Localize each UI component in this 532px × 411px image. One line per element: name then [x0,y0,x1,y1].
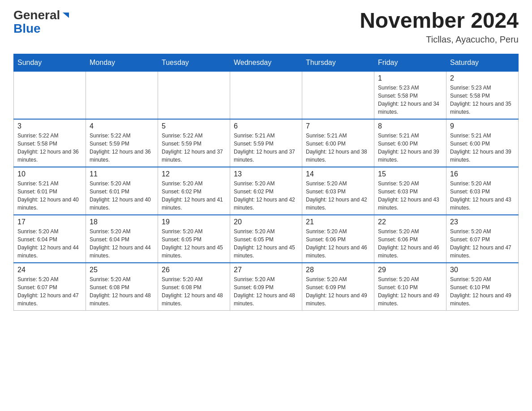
day-number: 11 [90,170,154,178]
table-row: 9Sunrise: 5:21 AMSunset: 6:00 PMDaylight… [446,119,519,167]
day-info: Sunrise: 5:20 AMSunset: 6:08 PMDaylight:… [90,275,154,308]
table-row: 22Sunrise: 5:20 AMSunset: 6:06 PMDayligh… [374,215,446,263]
day-number: 7 [306,122,370,130]
location-subtitle: Ticllas, Ayacucho, Peru [360,34,519,45]
svg-marker-0 [63,13,69,18]
calendar-table: Sunday Monday Tuesday Wednesday Thursday… [13,54,519,311]
day-info: Sunrise: 5:20 AMSunset: 6:01 PMDaylight:… [90,180,154,212]
day-number: 2 [450,74,515,82]
table-row: 17Sunrise: 5:20 AMSunset: 6:04 PMDayligh… [14,215,86,263]
day-info: Sunrise: 5:20 AMSunset: 6:05 PMDaylight:… [234,227,298,260]
day-number: 12 [162,170,226,178]
col-sunday: Sunday [14,54,86,71]
calendar-week-row: 3Sunrise: 5:22 AMSunset: 5:58 PMDaylight… [14,119,519,167]
day-number: 30 [450,266,515,274]
table-row: 19Sunrise: 5:20 AMSunset: 6:05 PMDayligh… [158,215,230,263]
day-info: Sunrise: 5:20 AMSunset: 6:07 PMDaylight:… [450,227,515,260]
col-wednesday: Wednesday [230,54,302,71]
day-number: 1 [378,74,442,82]
day-number: 3 [17,122,82,130]
col-thursday: Thursday [302,54,374,71]
day-number: 27 [234,266,298,274]
table-row: 20Sunrise: 5:20 AMSunset: 6:05 PMDayligh… [230,215,302,263]
table-row: 26Sunrise: 5:20 AMSunset: 6:08 PMDayligh… [158,263,230,311]
table-row: 11Sunrise: 5:20 AMSunset: 6:01 PMDayligh… [86,167,158,215]
table-row: 13Sunrise: 5:20 AMSunset: 6:02 PMDayligh… [230,167,302,215]
calendar-week-row: 24Sunrise: 5:20 AMSunset: 6:07 PMDayligh… [14,263,519,311]
day-number: 19 [162,218,226,226]
table-row: 28Sunrise: 5:20 AMSunset: 6:09 PMDayligh… [302,263,374,311]
table-row: 16Sunrise: 5:20 AMSunset: 6:03 PMDayligh… [446,167,519,215]
table-row [230,71,302,119]
table-row: 2Sunrise: 5:23 AMSunset: 5:58 PMDaylight… [446,71,519,119]
day-number: 8 [378,122,442,130]
day-info: Sunrise: 5:23 AMSunset: 5:58 PMDaylight:… [378,84,442,116]
table-row [302,71,374,119]
table-row: 23Sunrise: 5:20 AMSunset: 6:07 PMDayligh… [446,215,519,263]
day-number: 16 [450,170,515,178]
day-info: Sunrise: 5:22 AMSunset: 5:59 PMDaylight:… [90,132,154,164]
day-number: 18 [90,218,154,226]
day-number: 10 [17,170,82,178]
day-number: 13 [234,170,298,178]
month-year-title: November 2024 [360,9,519,33]
day-number: 28 [306,266,370,274]
day-info: Sunrise: 5:21 AMSunset: 6:00 PMDaylight:… [378,132,442,164]
table-row: 24Sunrise: 5:20 AMSunset: 6:07 PMDayligh… [14,263,86,311]
col-tuesday: Tuesday [158,54,230,71]
day-number: 5 [162,122,226,130]
table-row: 12Sunrise: 5:20 AMSunset: 6:02 PMDayligh… [158,167,230,215]
table-row: 25Sunrise: 5:20 AMSunset: 6:08 PMDayligh… [86,263,158,311]
day-info: Sunrise: 5:20 AMSunset: 6:03 PMDaylight:… [378,180,442,212]
table-row: 18Sunrise: 5:20 AMSunset: 6:04 PMDayligh… [86,215,158,263]
day-info: Sunrise: 5:20 AMSunset: 6:06 PMDaylight:… [306,227,370,260]
table-row: 29Sunrise: 5:20 AMSunset: 6:10 PMDayligh… [374,263,446,311]
day-number: 4 [90,122,154,130]
day-info: Sunrise: 5:20 AMSunset: 6:02 PMDaylight:… [162,180,226,212]
table-row: 4Sunrise: 5:22 AMSunset: 5:59 PMDaylight… [86,119,158,167]
day-info: Sunrise: 5:20 AMSunset: 6:10 PMDaylight:… [450,275,515,308]
header: General Blue November 2024 Ticllas, Ayac… [13,9,519,45]
table-row: 21Sunrise: 5:20 AMSunset: 6:06 PMDayligh… [302,215,374,263]
day-number: 26 [162,266,226,274]
day-info: Sunrise: 5:23 AMSunset: 5:58 PMDaylight:… [450,84,515,116]
day-info: Sunrise: 5:20 AMSunset: 6:07 PMDaylight:… [17,275,82,308]
table-row [86,71,158,119]
table-row: 10Sunrise: 5:21 AMSunset: 6:01 PMDayligh… [14,167,86,215]
logo-blue: Blue [13,21,41,35]
day-info: Sunrise: 5:22 AMSunset: 5:59 PMDaylight:… [162,132,226,164]
table-row: 8Sunrise: 5:21 AMSunset: 6:00 PMDaylight… [374,119,446,167]
day-info: Sunrise: 5:20 AMSunset: 6:09 PMDaylight:… [234,275,298,308]
day-info: Sunrise: 5:22 AMSunset: 5:58 PMDaylight:… [17,132,82,164]
day-number: 17 [17,218,82,226]
calendar-week-row: 1Sunrise: 5:23 AMSunset: 5:58 PMDaylight… [14,71,519,119]
col-monday: Monday [86,54,158,71]
table-row: 30Sunrise: 5:20 AMSunset: 6:10 PMDayligh… [446,263,519,311]
day-number: 24 [17,266,82,274]
day-number: 22 [378,218,442,226]
day-info: Sunrise: 5:20 AMSunset: 6:10 PMDaylight:… [378,275,442,308]
table-row: 27Sunrise: 5:20 AMSunset: 6:09 PMDayligh… [230,263,302,311]
table-row: 3Sunrise: 5:22 AMSunset: 5:58 PMDaylight… [14,119,86,167]
logo-general: General [13,9,60,21]
table-row [14,71,86,119]
table-row: 5Sunrise: 5:22 AMSunset: 5:59 PMDaylight… [158,119,230,167]
day-number: 14 [306,170,370,178]
col-saturday: Saturday [446,54,519,71]
day-info: Sunrise: 5:20 AMSunset: 6:05 PMDaylight:… [162,227,226,260]
day-info: Sunrise: 5:20 AMSunset: 6:04 PMDaylight:… [17,227,82,260]
table-row: 6Sunrise: 5:21 AMSunset: 5:59 PMDaylight… [230,119,302,167]
calendar-week-row: 10Sunrise: 5:21 AMSunset: 6:01 PMDayligh… [14,167,519,215]
day-number: 29 [378,266,442,274]
day-info: Sunrise: 5:20 AMSunset: 6:03 PMDaylight:… [450,180,515,212]
day-number: 25 [90,266,154,274]
day-number: 9 [450,122,515,130]
table-row: 14Sunrise: 5:20 AMSunset: 6:03 PMDayligh… [302,167,374,215]
col-friday: Friday [374,54,446,71]
day-info: Sunrise: 5:21 AMSunset: 6:00 PMDaylight:… [450,132,515,164]
table-row [158,71,230,119]
day-info: Sunrise: 5:20 AMSunset: 6:06 PMDaylight:… [378,227,442,260]
table-row: 15Sunrise: 5:20 AMSunset: 6:03 PMDayligh… [374,167,446,215]
title-area: November 2024 Ticllas, Ayacucho, Peru [360,9,519,45]
day-number: 15 [378,170,442,178]
